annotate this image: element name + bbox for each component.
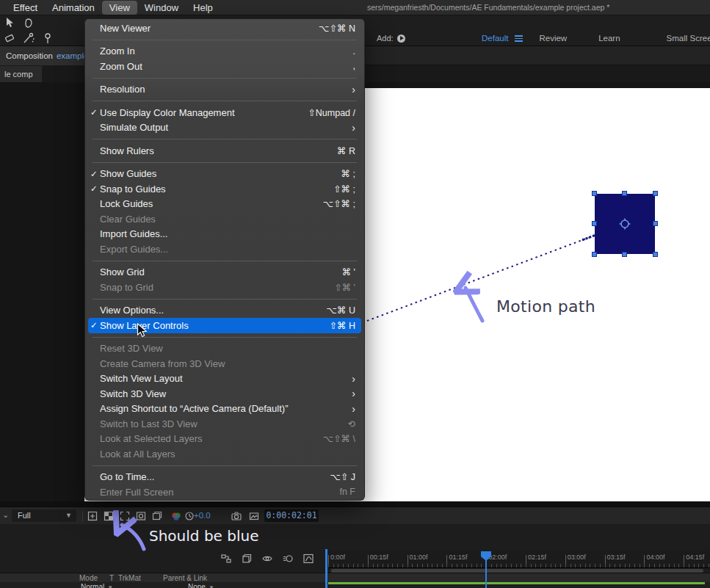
draft-3d-icon[interactable] — [241, 553, 253, 565]
shape-layer[interactable] — [595, 194, 655, 254]
handle-sw[interactable] — [592, 252, 597, 257]
column-header-trkmat[interactable]: TrkMat — [118, 574, 141, 582]
handle-n[interactable] — [622, 191, 627, 196]
after-effects-window: Effect Animation View Window Help sers/m… — [0, 0, 710, 588]
submenu-arrow-icon: › — [352, 84, 355, 95]
viewer-tab[interactable]: le comp — [0, 66, 42, 82]
hand-tool-icon[interactable] — [22, 16, 35, 29]
menubar-item-effect[interactable]: Effect — [6, 1, 45, 15]
handle-nw[interactable] — [592, 191, 597, 196]
menu-item-reset-3d-view: Reset 3D View — [85, 341, 364, 357]
workspace-tab-review[interactable]: Review — [539, 34, 567, 43]
menu-separator — [93, 40, 357, 40]
menu-item-switch-view-layout[interactable]: Switch View Layout› — [85, 371, 364, 387]
current-time-indicator-line — [485, 560, 487, 588]
preview-timecode[interactable]: 0:00:02:01 — [264, 509, 319, 522]
menu-item-lock-guides[interactable]: Lock Guides⌥⇧⌘ ; — [85, 197, 364, 212]
menu-item-shortcut: ⌥⇧⌘ ; — [323, 198, 355, 209]
menu-item-show-rulers[interactable]: Show Rulers⌘ R — [85, 143, 364, 159]
toolbar-separator — [82, 511, 83, 521]
anchor-point-icon[interactable] — [619, 218, 631, 230]
menu-item-switch-3d-view[interactable]: Switch 3D View› — [85, 386, 364, 402]
menu-item-show-layer-controls[interactable]: ✓Show Layer Controls⇧⌘ H — [88, 318, 361, 333]
menu-item-show-guides[interactable]: ✓Show Guides⌘ ; — [85, 167, 364, 182]
hide-shy-layers-icon[interactable] — [261, 553, 273, 565]
ruler-label: 03:00f — [568, 553, 586, 561]
submenu-arrow-icon: › — [352, 374, 355, 384]
add-control[interactable]: Add: — [377, 34, 405, 43]
menu-item-import-guides[interactable]: Import Guides... — [85, 227, 364, 242]
time-ruler[interactable]: 0:00f00:15f01:00f01:15f02:00f02:15f03:00… — [328, 551, 710, 568]
motion-blur-icon[interactable] — [282, 553, 294, 565]
menu-item-use-display-color-management[interactable]: ✓Use Display Color Management⇧Numpad / — [85, 105, 364, 120]
ruler-tick — [407, 555, 408, 567]
mask-path-visibility-icon[interactable] — [135, 510, 147, 522]
magnification-dropdown[interactable]: Full ▼ — [12, 509, 76, 522]
menu-separator — [93, 139, 357, 139]
menu-item-shortcut: ⟲ — [348, 418, 355, 429]
column-header-mode[interactable]: Mode — [79, 574, 98, 582]
menu-separator — [93, 101, 357, 101]
menu-separator — [93, 337, 357, 338]
region-of-interest-icon[interactable] — [119, 510, 131, 522]
selection-tool-icon[interactable] — [3, 16, 16, 29]
column-header-t[interactable]: T — [109, 574, 114, 582]
ruler-tick — [565, 555, 566, 567]
workspace-tab-default[interactable]: Default — [482, 34, 508, 43]
checkmark-icon: ✓ — [90, 184, 100, 194]
mini-flowchart-icon[interactable] — [220, 553, 232, 565]
menu-item-assign-shortcut-to-active-camera-default[interactable]: Assign Shortcut to “Active Camera (Defau… — [85, 402, 364, 417]
ruler-tick — [328, 555, 329, 567]
menu-item-look-at-selected-layers: Look at Selected Layers⌥⇧⌘ \ — [85, 432, 364, 447]
workspace-tab-small-screen[interactable]: Small Screen — [667, 34, 710, 43]
parent-link-dropdown[interactable]: None▼ — [188, 583, 214, 588]
transparency-grid-icon[interactable] — [103, 510, 115, 522]
viewer-toolbar: ⌄ Full ▼ +0.0 — [0, 507, 710, 524]
menubar-item-view[interactable]: View — [102, 1, 137, 15]
menu-item-shortcut: , — [353, 61, 355, 71]
menu-item-snap-to-guides[interactable]: ✓Snap to Guides⇧⌘ ; — [85, 181, 364, 197]
menu-item-shortcut: ⌘ ' — [342, 266, 355, 277]
workspace-tab-learn[interactable]: Learn — [598, 34, 620, 43]
handle-se[interactable] — [653, 252, 658, 257]
chevron-down-icon[interactable]: ⌄ — [2, 510, 9, 520]
workspace-menu-icon[interactable] — [515, 35, 523, 42]
menu-item-label: Look at All Layers — [100, 449, 345, 460]
menu-item-label: Switch View Layout — [100, 373, 341, 384]
handle-ne[interactable] — [653, 191, 658, 196]
menu-item-simulate-output[interactable]: Simulate Output› — [85, 120, 364, 136]
mouse-cursor-icon — [137, 323, 148, 339]
eraser-tool-icon[interactable] — [3, 32, 16, 45]
handle-s[interactable] — [622, 252, 627, 257]
view-layout-icon[interactable] — [151, 510, 163, 522]
puppet-pin-tool-icon[interactable] — [41, 32, 54, 45]
ruler-label: 01:15f — [449, 553, 467, 561]
snapshot-camera-icon[interactable] — [231, 510, 242, 522]
handle-e[interactable] — [653, 221, 658, 226]
grid-guides-options-icon[interactable] — [87, 510, 98, 522]
menu-item-label: Zoom Out — [100, 61, 343, 72]
menu-item-new-viewer[interactable]: New Viewer⌥⇧⌘ N — [85, 21, 364, 36]
menubar-item-help[interactable]: Help — [186, 1, 220, 15]
menu-item-go-to-time[interactable]: Go to Time...⌥⇧ J — [85, 470, 364, 485]
menu-item-resolution[interactable]: Resolution› — [85, 82, 364, 98]
menu-item-zoom-in[interactable]: Zoom In. — [85, 44, 364, 59]
roto-brush-tool-icon[interactable] — [22, 32, 35, 45]
menu-item-shortcut: ⌥⇧⌘ \ — [323, 433, 355, 444]
exposure-value[interactable]: +0.0 — [194, 511, 211, 520]
ruler-tick — [368, 555, 369, 567]
menu-item-show-grid[interactable]: Show Grid⌘ ' — [85, 265, 364, 280]
graph-editor-icon[interactable] — [303, 553, 314, 565]
show-snapshot-icon[interactable] — [248, 510, 260, 522]
menu-item-view-options[interactable]: View Options...⌥⌘ U — [85, 303, 364, 319]
menubar-item-window[interactable]: Window — [137, 1, 186, 15]
menu-item-zoom-out[interactable]: Zoom Out, — [85, 59, 364, 74]
menu-item-switch-to-last-3d-view: Switch to Last 3D View⟲ — [85, 416, 364, 432]
column-header-parent-link[interactable]: Parent & Link — [163, 574, 207, 582]
handle-w[interactable] — [592, 221, 597, 226]
layer-duration-bar[interactable] — [328, 582, 705, 584]
channels-color-icon[interactable] — [170, 510, 182, 522]
blend-mode-dropdown[interactable]: Normal▼ — [81, 583, 113, 588]
menubar-item-animation[interactable]: Animation — [45, 1, 102, 15]
parent-link-value: None — [188, 583, 206, 588]
